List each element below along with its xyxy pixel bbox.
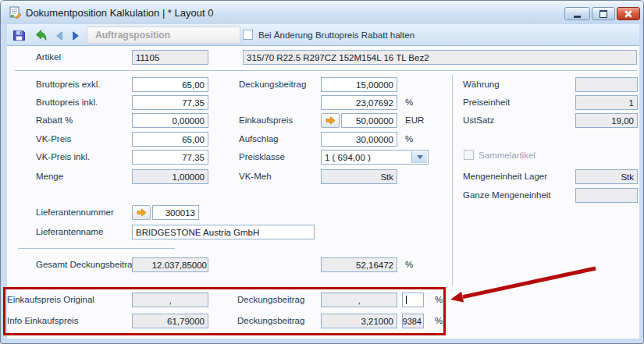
form-area: Artikel 11105 315/70 R22.5 R297CZ 152M15… (7, 46, 639, 339)
aufschlag-label: Aufschlag (239, 134, 279, 144)
tab-auftragsposition: Auftragsposition (87, 27, 240, 44)
deckungsbeitrag-original-prozent-field[interactable] (402, 293, 424, 307)
deckungsbeitrag-label: Deckungsbeitrag (239, 80, 306, 89)
separator (18, 248, 175, 249)
waehrung-label: Währung (463, 80, 500, 89)
previous-button[interactable] (51, 27, 68, 44)
lieferantenname-field[interactable]: BRIDGESTONE Austria GmbH (132, 225, 315, 239)
mengeneinheit-lager-label: Mengeneinheit Lager (463, 172, 547, 181)
percent-unit: % (405, 134, 413, 144)
bruttopreis-rabatt-checkbox-label: Bei Änderung Bruttopreis Rabatt halten (258, 30, 415, 40)
titlebar[interactable]: Dokumentposition Kalkulation | * Layout … (1, 1, 643, 24)
undo-icon (34, 29, 48, 42)
vk-preis-label: VK-Preis (36, 134, 71, 144)
info-einkaufspreis-field: 61,79000 (132, 314, 208, 328)
preiseinheit-field: 1 (575, 95, 638, 110)
save-icon (12, 29, 26, 42)
vk-preis-inkl-field[interactable]: 77,35 (132, 150, 208, 165)
gesamt-deckungsbeitrag-prozent-field: 52,16472 (321, 257, 397, 272)
dialog-window: Dokumentposition Kalkulation | * Layout … (0, 0, 644, 344)
einkaufspreis-original-label: Einkaufspreis Original (7, 295, 94, 304)
percent-unit: % (405, 260, 413, 269)
jump-arrow-icon (137, 208, 147, 217)
rabatt-field[interactable]: 0,00000 (132, 113, 208, 128)
close-button[interactable] (617, 7, 640, 20)
next-icon (69, 30, 81, 41)
bruttopreis-inkl-field[interactable]: 77,35 (132, 95, 208, 110)
ganze-mengeneinheit-label: Ganze Mengeneinheit (463, 190, 551, 200)
maximize-icon (600, 10, 607, 18)
lieferant-jump-button[interactable] (132, 205, 151, 220)
bruttopreis-exkl-label: Bruttopreis exkl. (36, 80, 100, 89)
deckungsbeitrag-original-field: , (321, 293, 397, 307)
artikel-description-field: 315/70 R22.5 R297CZ 152M154L 16 TL Bez2 (243, 50, 637, 65)
ustsatz-label: UstSatz (463, 115, 494, 125)
bruttopreis-inkl-label: Bruttopreis inkl. (36, 98, 98, 107)
undo-button[interactable] (32, 27, 49, 44)
maximize-button[interactable] (592, 7, 615, 20)
percent-unit: % (405, 98, 413, 107)
einkaufspreis-field[interactable]: 50,00000 (341, 113, 397, 128)
mengeneinheit-lager-field: Stk (575, 169, 638, 184)
aufschlag-field[interactable]: 30,00000 (321, 132, 397, 147)
info-einkaufspreis-label: Info Einkaufspreis (7, 316, 78, 325)
eur-unit: EUR (405, 115, 424, 125)
minimize-icon (574, 16, 581, 18)
lieferantennummer-label: Lieferantennummer (36, 207, 114, 217)
menge-label: Menge (36, 172, 63, 181)
menge-field: 1,00000 (132, 169, 208, 184)
deckungsbeitrag-info-prozent-field: 4,9384 (402, 314, 424, 328)
deckungsbeitrag-info-field: 3,21000 (321, 314, 397, 328)
previous-icon (54, 30, 66, 41)
percent-unit: % (435, 316, 443, 325)
vk-meh-field: Stk (321, 169, 397, 184)
ganze-mengeneinheit-field (575, 188, 638, 203)
jump-arrow-icon (326, 116, 336, 125)
ustsatz-field: 19,00 (575, 113, 638, 128)
text-cursor (406, 296, 407, 304)
sammelartikel-label: Sammelartikel (479, 151, 535, 160)
deckungsbeitrag-original-label: Deckungsbeitrag (237, 295, 304, 304)
percent-unit: % (435, 295, 443, 304)
vk-preis-field[interactable]: 65,00 (132, 132, 208, 147)
rabatt-label: Rabatt % (36, 115, 73, 125)
window-title: Dokumentposition Kalkulation | * Layout … (26, 7, 213, 19)
artikel-number-field: 11105 (132, 50, 208, 65)
lieferantennummer-field[interactable]: 300013 (152, 205, 199, 220)
preisklasse-combobox[interactable]: 1 ( 694,00 ) (321, 150, 429, 165)
bruttopreis-exkl-field[interactable]: 65,00 (132, 77, 208, 92)
separator (15, 70, 637, 71)
next-button[interactable] (66, 27, 84, 44)
preiseinheit-label: Preiseinheit (463, 98, 510, 107)
einkaufspreis-jump-button[interactable] (321, 113, 340, 128)
vk-meh-label: VK-Meh (239, 172, 272, 181)
toolbar: Auftragsposition Bei Änderung Bruttoprei… (7, 24, 639, 46)
lieferantenname-label: Lieferantenname (36, 227, 103, 236)
vk-preis-inkl-label: VK-Preis inkl. (36, 152, 90, 161)
minimize-button[interactable] (564, 7, 590, 20)
einkaufspreis-label: Einkaufspreis (239, 115, 293, 125)
artikel-label: Artikel (36, 52, 61, 62)
deckungsbeitrag-prozent-field[interactable]: 23,07692 (321, 95, 397, 110)
preisklasse-value: 1 ( 694,00 ) (325, 153, 371, 162)
waehrung-field (575, 77, 638, 92)
preisklasse-dropdown-button[interactable] (411, 151, 427, 163)
gesamt-deckungsbeitrag-field: 12.037,85000 (132, 257, 208, 272)
close-icon (624, 10, 632, 18)
deckungsbeitrag-field[interactable]: 15,00000 (321, 77, 397, 92)
chevron-down-icon (417, 155, 423, 159)
save-button[interactable] (10, 27, 27, 44)
einkaufspreis-original-field: , (132, 293, 208, 307)
bruttopreis-rabatt-checkbox[interactable] (243, 30, 253, 40)
gesamt-deckungsbeitrag-label: Gesamt Deckungsbeitrag (36, 260, 137, 269)
preisklasse-label: Preisklasse (239, 152, 285, 161)
separator (452, 75, 453, 286)
window-icon (9, 6, 21, 19)
sammelartikel-checkbox (464, 150, 474, 160)
deckungsbeitrag-info-label: Deckungsbeitrag (237, 316, 304, 325)
